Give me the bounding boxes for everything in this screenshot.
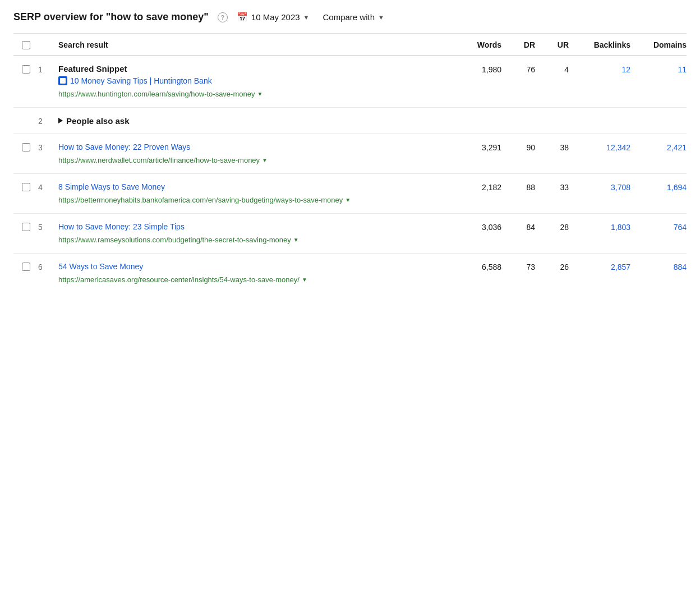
cell-ur: 33 [535, 182, 569, 192]
row-content: Featured Snippet 10 Money Saving Tips | … [58, 64, 451, 99]
result-title-link[interactable]: 54 Ways to Save Money [58, 261, 444, 273]
cell-ur: 26 [535, 261, 569, 272]
date-picker[interactable]: 📅 10 May 2023 ▼ [237, 12, 310, 22]
table-row: 1 Featured Snippet 10 Money Saving Tips … [13, 56, 687, 108]
header-checkbox-col[interactable] [13, 41, 38, 49]
cell-dr: 73 [501, 261, 535, 272]
cell-domains[interactable]: 1,694 [630, 182, 687, 192]
date-label: 10 May 2023 [251, 12, 300, 22]
header-words-col: Words [451, 40, 501, 49]
row-num: 5 [38, 222, 58, 232]
cell-words: 3,036 [451, 222, 501, 232]
header-dr-col: DR [501, 40, 535, 49]
paa-label: People also ask [66, 116, 130, 126]
header-domains-col: Domains [630, 40, 687, 49]
row-5-checkbox[interactable] [22, 223, 30, 231]
select-all-checkbox[interactable] [22, 41, 30, 49]
compare-with-button[interactable]: Compare with ▼ [323, 12, 384, 22]
cell-domains[interactable]: 884 [630, 261, 687, 272]
row-num: 6 [38, 261, 58, 272]
cell-backlinks[interactable]: 12 [569, 64, 630, 74]
row-num: 1 [38, 64, 58, 74]
paa-content: People also ask [58, 116, 451, 126]
result-url: https://americasaves.org/resource-center… [58, 274, 444, 286]
result-url-link[interactable]: https://bettermoneyhabits.bankofamerica.… [58, 195, 343, 206]
featured-snippet-label: Featured Snippet [58, 64, 444, 73]
result-url-link[interactable]: https://www.ramseysolutions.com/budgetin… [58, 234, 291, 246]
cell-words: 1,980 [451, 64, 501, 74]
header-backlinks-col: Backlinks [569, 40, 630, 49]
calendar-icon: 📅 [237, 12, 248, 22]
result-title-link[interactable]: How to Save Money: 23 Simple Tips [58, 222, 444, 233]
row-num: 4 [38, 182, 58, 192]
url-dropdown-icon[interactable]: ▼ [302, 277, 307, 283]
date-dropdown-arrow: ▼ [303, 14, 310, 21]
favicon-icon [58, 76, 67, 85]
result-title-link[interactable]: How to Save Money: 22 Proven Ways [58, 142, 444, 153]
url-dropdown-icon[interactable]: ▼ [345, 197, 351, 203]
result-url: https://bettermoneyhabits.bankofamerica.… [58, 195, 444, 206]
row-checkbox-col[interactable] [13, 182, 38, 191]
row-4-checkbox[interactable] [22, 183, 30, 191]
triangle-right-icon [58, 118, 63, 123]
table-header-row: Search result Words DR UR Backlinks Doma… [13, 34, 687, 56]
cell-dr: 90 [501, 142, 535, 152]
compare-dropdown-arrow: ▼ [378, 14, 384, 21]
help-icon[interactable]: ? [218, 12, 228, 22]
header-result-col: Search result [58, 40, 451, 49]
row-checkbox-col[interactable] [13, 142, 38, 151]
cell-ur: 28 [535, 222, 569, 232]
row-content: 8 Simple Ways to Save Money https://bett… [58, 182, 451, 205]
cell-dr: 76 [501, 64, 535, 74]
table-row: 4 8 Simple Ways to Save Money https://be… [13, 174, 687, 214]
row-num: 3 [38, 142, 58, 152]
cell-domains[interactable]: 764 [630, 222, 687, 232]
row-checkbox-col [13, 120, 38, 121]
row-checkbox-col[interactable] [13, 222, 38, 231]
url-dropdown-icon[interactable]: ▼ [262, 157, 268, 163]
url-dropdown-icon[interactable]: ▼ [293, 237, 299, 243]
compare-label: Compare with [323, 12, 375, 22]
row-checkbox-col[interactable] [13, 64, 38, 73]
result-url-link[interactable]: https://www.nerdwallet.com/article/finan… [58, 155, 260, 166]
cell-dr: 88 [501, 182, 535, 192]
table-row: 6 54 Ways to Save Money https://americas… [13, 254, 687, 293]
result-url: https://www.huntington.com/learn/saving/… [58, 89, 444, 100]
row-3-checkbox[interactable] [22, 143, 30, 151]
cell-words: 2,182 [451, 182, 501, 192]
cell-domains[interactable]: 2,421 [630, 142, 687, 152]
result-title-link[interactable]: 10 Money Saving Tips | Huntington Bank [58, 76, 444, 87]
row-num: 2 [38, 116, 58, 126]
result-url-link[interactable]: https://www.huntington.com/learn/saving/… [58, 89, 255, 100]
cell-backlinks[interactable]: 12,342 [569, 142, 630, 152]
table-row: 2 People also ask [13, 108, 687, 134]
row-6-checkbox[interactable] [22, 263, 30, 271]
paa-toggle-button[interactable]: People also ask [58, 116, 451, 126]
row-content: 54 Ways to Save Money https://americasav… [58, 261, 451, 285]
cell-words: 3,291 [451, 142, 501, 152]
cell-backlinks[interactable]: 2,857 [569, 261, 630, 272]
cell-ur: 4 [535, 64, 569, 74]
header-ur-col: UR [535, 40, 569, 49]
row-checkbox-col[interactable] [13, 261, 38, 271]
cell-backlinks[interactable]: 1,803 [569, 222, 630, 232]
page-title: SERP overview for "how to save money" [13, 11, 209, 23]
page-header: SERP overview for "how to save money" ? … [13, 11, 687, 34]
url-dropdown-icon[interactable]: ▼ [257, 91, 262, 97]
result-url-link[interactable]: https://americasaves.org/resource-center… [58, 274, 300, 286]
row-1-checkbox[interactable] [22, 65, 30, 73]
result-url: https://www.nerdwallet.com/article/finan… [58, 155, 444, 166]
serp-table: Search result Words DR UR Backlinks Doma… [13, 34, 687, 293]
row-content: How to Save Money: 23 Simple Tips https:… [58, 222, 451, 245]
result-url: https://www.ramseysolutions.com/budgetin… [58, 234, 444, 246]
cell-dr: 84 [501, 222, 535, 232]
cell-words: 6,588 [451, 261, 501, 272]
table-row: 5 How to Save Money: 23 Simple Tips http… [13, 214, 687, 254]
cell-backlinks[interactable]: 3,708 [569, 182, 630, 192]
cell-ur: 38 [535, 142, 569, 152]
table-row: 3 How to Save Money: 22 Proven Ways http… [13, 134, 687, 174]
result-title-link[interactable]: 8 Simple Ways to Save Money [58, 182, 444, 193]
result-title-text: 10 Money Saving Tips | Huntington Bank [70, 76, 212, 85]
cell-domains[interactable]: 11 [630, 64, 687, 74]
row-content: How to Save Money: 22 Proven Ways https:… [58, 142, 451, 165]
